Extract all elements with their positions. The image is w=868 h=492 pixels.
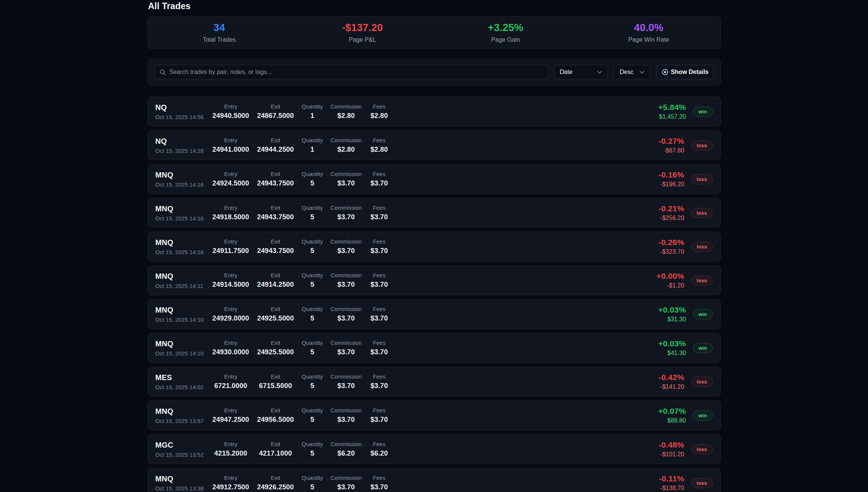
trade-pnl-block: -0.48% -$101.20 [659, 440, 684, 458]
toolbar: Date Desc Show Details [148, 59, 721, 85]
entry-value: 4215.2000 [212, 450, 250, 457]
trade-datetime: Oct 15, 2025 14:10 [155, 316, 212, 323]
entry-label: Entry [212, 407, 250, 413]
trade-percent: -0.42% [659, 373, 684, 382]
trade-pnl-block: +0.00% -$1.20 [656, 272, 684, 289]
commission-label: Commission [331, 475, 362, 481]
sort-direction-dropdown[interactable]: Desc [614, 65, 650, 79]
trade-details: Entry 24929.0000 Exit 24925.5000 Quantit… [212, 306, 389, 322]
page-pnl-value: -$137.20 [291, 22, 434, 34]
trade-row[interactable]: MNQ Oct 15, 2025 14:10 Entry 24930.0000 … [148, 333, 721, 363]
trade-row[interactable]: MGC Oct 15, 2025 13:52 Entry 4215.2000 E… [148, 434, 721, 464]
trade-row[interactable]: NQ Oct 15, 2025 14:28 Entry 24941.0000 E… [148, 130, 721, 160]
entry-value: 6721.0000 [212, 382, 250, 390]
trade-row[interactable]: MNQ Oct 15, 2025 13:38 Entry 24912.7500 … [148, 468, 721, 492]
commission-label: Commission [331, 306, 362, 312]
trade-instrument: MNQ Oct 15, 2025 14:16 [155, 238, 212, 255]
commission-column: Commission $6.20 [331, 441, 362, 457]
trade-details: Entry 4215.2000 Exit 4217.1000 Quantity … [212, 441, 389, 457]
commission-column: Commission $3.70 [331, 171, 362, 187]
fees-column: Fees $3.70 [369, 340, 389, 356]
exit-label: Exit [257, 238, 294, 245]
fees-value: $3.70 [369, 179, 389, 187]
commission-value: $2.80 [331, 146, 362, 154]
entry-column: Entry 24930.0000 [212, 340, 250, 356]
trade-pnl-block: -0.21% -$256.20 [659, 204, 684, 222]
entry-column: Entry 4215.2000 [212, 441, 250, 457]
trade-percent: +0.07% [658, 407, 686, 416]
trade-row[interactable]: MNQ Oct 15, 2025 14:10 Entry 24929.0000 … [148, 299, 721, 329]
trade-symbol: MGC [155, 441, 212, 450]
commission-label: Commission [331, 238, 362, 245]
trade-datetime: Oct 15, 2025 13:38 [155, 485, 212, 492]
commission-column: Commission $3.70 [331, 306, 362, 322]
commission-column: Commission $3.70 [331, 475, 362, 491]
all-trades-page: All Trades 34 Total Trades -$137.20 Page… [148, 0, 721, 492]
entry-label: Entry [212, 306, 250, 312]
trade-details: Entry 24914.5000 Exit 24914.2500 Quantit… [212, 272, 389, 289]
commission-column: Commission $3.70 [331, 407, 362, 424]
fees-column: Fees $3.70 [369, 306, 389, 322]
quantity-value: 5 [302, 281, 323, 289]
show-details-button[interactable]: Show Details [656, 65, 714, 79]
quantity-label: Quantity [302, 441, 323, 447]
fees-value: $3.70 [369, 314, 389, 322]
fees-column: Fees $2.80 [369, 103, 389, 120]
exit-label: Exit [257, 441, 294, 447]
trade-result: -0.27% -$67.80 loss [659, 137, 713, 154]
trade-datetime: Oct 15, 2025 14:28 [155, 148, 212, 154]
exit-value: 24944.2500 [257, 146, 294, 154]
trade-result: -0.16% -$196.20 loss [659, 170, 713, 188]
trade-pnl-block: -0.27% -$67.80 [659, 137, 684, 154]
trade-details: Entry 24941.0000 Exit 24944.2500 Quantit… [212, 137, 389, 154]
exit-column: Exit 24943.7500 [257, 171, 294, 187]
result-badge: loss [691, 444, 713, 454]
trade-pnl: -$196.20 [659, 181, 684, 188]
exit-column: Exit 24943.7500 [257, 204, 294, 221]
trade-row[interactable]: MNQ Oct 15, 2025 14:16 Entry 24918.5000 … [148, 198, 721, 228]
fees-value: $3.70 [369, 416, 389, 424]
quantity-column: Quantity 5 [302, 441, 323, 457]
fees-value: $6.20 [369, 450, 389, 457]
commission-value: $6.20 [331, 450, 362, 457]
entry-value: 24918.5000 [212, 213, 250, 221]
entry-label: Entry [212, 272, 250, 278]
trade-pnl: $41.30 [658, 350, 686, 357]
trade-row[interactable]: MNQ Oct 15, 2025 14:11 Entry 24914.5000 … [148, 266, 721, 295]
show-details-label: Show Details [671, 69, 709, 75]
exit-value: 4217.1000 [257, 450, 294, 457]
trade-row[interactable]: MNQ Oct 15, 2025 13:57 Entry 24947.2500 … [148, 401, 721, 430]
trade-row[interactable]: MNQ Oct 15, 2025 14:16 Entry 24924.5000 … [148, 164, 721, 194]
fees-value: $3.70 [369, 247, 389, 255]
commission-value: $3.70 [331, 314, 362, 322]
quantity-column: Quantity 1 [302, 137, 323, 154]
quantity-value: 5 [302, 314, 323, 322]
page-pnl-label: Page P&L [291, 36, 434, 43]
search-input[interactable] [170, 69, 543, 75]
trade-row[interactable]: NQ Oct 15, 2025 14:56 Entry 24940.5000 E… [148, 97, 721, 126]
fees-value: $2.80 [369, 112, 389, 120]
sort-field-dropdown[interactable]: Date [554, 65, 608, 79]
commission-label: Commission [331, 441, 362, 447]
commission-label: Commission [331, 204, 362, 211]
fees-value: $3.70 [369, 348, 389, 356]
exit-column: Exit 24914.2500 [257, 272, 294, 289]
exit-value: 24926.2500 [257, 483, 294, 491]
trade-percent: +0.00% [656, 272, 684, 281]
exit-label: Exit [257, 306, 294, 312]
commission-label: Commission [331, 137, 362, 143]
trade-instrument: MNQ Oct 15, 2025 14:11 [155, 272, 212, 289]
trade-details: Entry 24911.7500 Exit 24943.7500 Quantit… [212, 238, 389, 255]
trade-pnl-block: -0.26% -$323.70 [659, 238, 684, 255]
trade-pnl: $88.80 [658, 417, 686, 424]
exit-column: Exit 4217.1000 [257, 441, 294, 457]
trade-row[interactable]: MES Oct 15, 2025 14:02 Entry 6721.0000 E… [148, 367, 721, 396]
trade-symbol: NQ [155, 103, 212, 112]
commission-value: $3.70 [331, 213, 362, 221]
commission-value: $3.70 [331, 483, 362, 491]
trade-result: +0.00% -$1.20 loss [656, 272, 713, 289]
trade-row[interactable]: MNQ Oct 15, 2025 14:16 Entry 24911.7500 … [148, 232, 721, 261]
search-box[interactable] [154, 65, 548, 79]
commission-column: Commission $3.70 [331, 373, 362, 390]
trade-details: Entry 6721.0000 Exit 6715.5000 Quantity … [212, 373, 389, 390]
